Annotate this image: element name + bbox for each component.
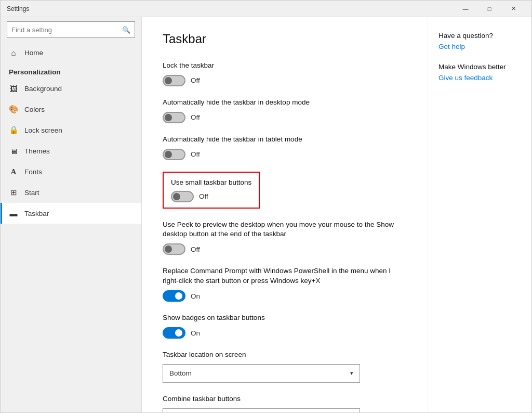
home-icon: ⌂ (9, 48, 18, 57)
sidebar-label-taskbar: Taskbar (24, 210, 49, 217)
get-help-link[interactable]: Get help (438, 43, 521, 50)
sidebar-item-background[interactable]: 🖼 Background (1, 78, 141, 99)
setting-badges: Show badges on taskbar buttons On (163, 313, 407, 339)
minimize-button[interactable]: — (454, 1, 477, 17)
hide-tablet-toggle-label: Off (191, 150, 200, 158)
window-title: Settings (7, 5, 29, 12)
small-buttons-toggle-label: Off (199, 192, 208, 200)
lock-taskbar-label: Lock the taskbar (163, 61, 407, 71)
sidebar: 🔍 ⌂ Home Personalization 🖼 Background 🎨 … (1, 17, 142, 412)
powershell-label: Replace Command Prompt with Windows Powe… (163, 266, 407, 286)
hide-tablet-label: Automatically hide the taskbar in tablet… (163, 135, 407, 145)
peek-label: Use Peek to preview the desktop when you… (163, 220, 407, 240)
lock-taskbar-toggle-row: Off (163, 75, 407, 86)
title-bar: Settings — □ ✕ (1, 1, 531, 17)
settings-window: Settings — □ ✕ 🔍 ⌂ Home Personalization (0, 0, 532, 413)
peek-toggle-label: Off (191, 246, 200, 253)
right-panel: Have a question? Get help Make Windows b… (428, 17, 531, 412)
help-section: Have a question? Get help (438, 32, 521, 50)
hide-desktop-toggle[interactable] (163, 112, 185, 123)
make-better-heading: Make Windows better (438, 63, 521, 71)
sidebar-item-start[interactable]: ⊞ Start (1, 182, 141, 203)
search-icon: 🔍 (122, 26, 130, 34)
setting-powershell: Replace Command Prompt with Windows Powe… (163, 266, 407, 302)
taskbar-location-label: Taskbar location on screen (163, 350, 407, 360)
sidebar-label-themes: Themes (24, 147, 50, 155)
taskbar-icon: ▬ (9, 209, 18, 218)
powershell-toggle[interactable] (163, 290, 185, 302)
fonts-icon: A (9, 167, 18, 176)
hide-desktop-label: Automatically hide the taskbar in deskto… (163, 98, 407, 108)
setting-taskbar-location: Taskbar location on screen Bottom ▾ (163, 350, 407, 383)
page-title: Taskbar (163, 32, 407, 46)
setting-hide-tablet: Automatically hide the taskbar in tablet… (163, 135, 407, 160)
sidebar-label-colors: Colors (24, 106, 45, 113)
app-body: 🔍 ⌂ Home Personalization 🖼 Background 🎨 … (1, 17, 531, 412)
sidebar-label-start: Start (24, 189, 39, 197)
sidebar-label-fonts: Fonts (24, 168, 42, 176)
sidebar-item-lock-screen[interactable]: 🔒 Lock screen (1, 120, 141, 140)
combine-dropdown[interactable]: Always, hide labels ▾ (163, 408, 360, 412)
start-icon: ⊞ (9, 188, 18, 197)
sidebar-item-home[interactable]: ⌂ Home (1, 42, 141, 63)
sidebar-item-taskbar[interactable]: ▬ Taskbar (1, 203, 141, 224)
lock-taskbar-toggle-label: Off (191, 76, 200, 84)
sidebar-home-label: Home (24, 49, 43, 57)
taskbar-location-value: Bottom (169, 369, 192, 377)
badges-toggle[interactable] (163, 327, 185, 339)
small-buttons-toggle-row: Off (171, 191, 251, 202)
hide-tablet-toggle[interactable] (163, 149, 185, 160)
maximize-button[interactable]: □ (477, 1, 501, 17)
hide-desktop-toggle-label: Off (191, 113, 200, 121)
colors-icon: 🎨 (9, 105, 18, 114)
badges-label: Show badges on taskbar buttons (163, 313, 407, 323)
background-icon: 🖼 (9, 84, 18, 93)
badges-toggle-row: On (163, 327, 407, 339)
setting-hide-desktop: Automatically hide the taskbar in deskto… (163, 98, 407, 123)
sidebar-label-lock-screen: Lock screen (24, 126, 62, 134)
hide-tablet-toggle-row: Off (163, 149, 407, 160)
window-controls: — □ ✕ (454, 1, 525, 17)
sidebar-label-background: Background (24, 85, 62, 93)
feedback-link[interactable]: Give us feedback (438, 74, 521, 82)
hide-desktop-toggle-row: Off (163, 112, 407, 123)
sidebar-item-themes[interactable]: 🖥 Themes (1, 140, 141, 161)
setting-combine: Combine taskbar buttons Always, hide lab… (163, 394, 407, 412)
themes-icon: 🖥 (9, 146, 18, 156)
small-buttons-toggle[interactable] (171, 191, 194, 202)
search-input[interactable] (11, 26, 119, 34)
close-button[interactable]: ✕ (501, 1, 525, 17)
search-box[interactable]: 🔍 (7, 21, 135, 38)
combine-label: Combine taskbar buttons (163, 394, 407, 404)
sidebar-item-colors[interactable]: 🎨 Colors (1, 99, 141, 120)
setting-small-buttons-highlighted: Use small taskbar buttons Off (163, 172, 260, 209)
peek-toggle[interactable] (163, 243, 185, 255)
sidebar-section-label: Personalization (1, 63, 141, 78)
lock-taskbar-toggle[interactable] (163, 75, 185, 86)
badges-toggle-label: On (191, 329, 200, 337)
peek-toggle-row: Off (163, 243, 407, 255)
question-heading: Have a question? (438, 32, 521, 40)
powershell-toggle-row: On (163, 290, 407, 302)
main-content: Taskbar Lock the taskbar Off Automatical… (142, 17, 428, 412)
powershell-toggle-label: On (191, 292, 200, 300)
taskbar-location-arrow: ▾ (350, 370, 353, 377)
search-wrapper: 🔍 (1, 17, 141, 42)
sidebar-item-fonts[interactable]: A Fonts (1, 161, 141, 182)
taskbar-location-dropdown[interactable]: Bottom ▾ (163, 364, 360, 383)
feedback-section: Make Windows better Give us feedback (438, 63, 521, 82)
small-buttons-label: Use small taskbar buttons (171, 178, 251, 188)
lock-icon: 🔒 (9, 125, 18, 135)
setting-lock-taskbar: Lock the taskbar Off (163, 61, 407, 86)
setting-peek: Use Peek to preview the desktop when you… (163, 220, 407, 255)
